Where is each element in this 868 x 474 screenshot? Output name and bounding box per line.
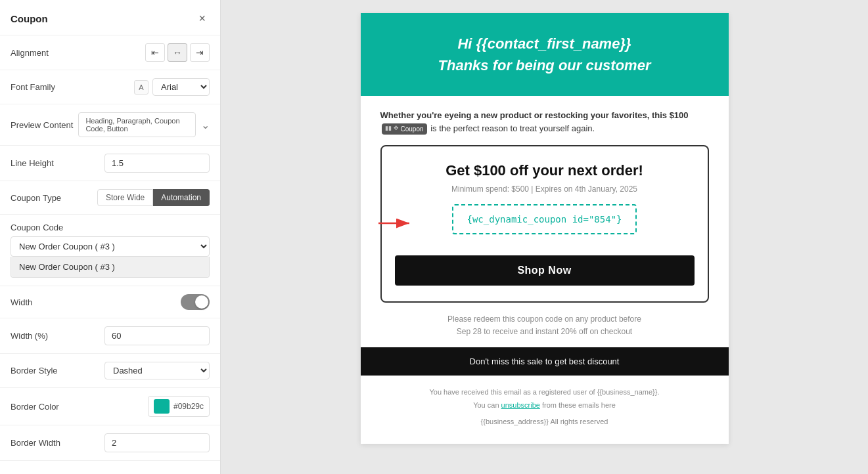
width-percent-label: Width (%)	[11, 331, 48, 341]
border-style-label: Border Style	[11, 366, 58, 376]
coupon-code-text: {wc_dynamic_coupon id="854"}	[467, 214, 622, 225]
footer-unsubscribe-pre: You can	[473, 401, 501, 409]
close-button[interactable]: ×	[194, 11, 210, 27]
preview-content-section: Preview Content Heading, Paragraph, Coup…	[0, 104, 220, 146]
email-footer-banner: Don't miss this sale to get best discoun…	[361, 347, 729, 376]
red-arrow-code-svg	[375, 214, 415, 232]
width-row: Width	[11, 294, 210, 310]
font-family-row: Font Family A Arial Georgia Verdana	[11, 78, 210, 96]
email-intro-bold: Whether you're eyeing a new product or r…	[380, 110, 689, 120]
font-icon: A	[134, 80, 148, 95]
font-family-select[interactable]: Arial Georgia Verdana	[152, 78, 210, 96]
width-label: Width	[11, 297, 32, 307]
align-left-button[interactable]: ⇤	[145, 43, 165, 62]
coupon-type-row: Coupon Type Store Wide Automation	[11, 189, 210, 206]
unsubscribe-link[interactable]: unsubscribe	[501, 401, 540, 409]
line-height-row: Line Height	[11, 154, 210, 173]
font-icon-letter: A	[139, 83, 143, 91]
toggle-knob	[195, 295, 208, 309]
line-height-label: Line Height	[11, 158, 54, 168]
email-header-line2: Thanks for being our customer	[374, 54, 716, 76]
footer-address: {{business_address}} All rights reserved	[380, 418, 709, 425]
color-swatch	[154, 399, 170, 414]
border-width-label: Border Width	[11, 438, 60, 448]
store-wide-button[interactable]: Store Wide	[97, 189, 153, 206]
email-intro: Whether you're eyeing a new product or r…	[380, 109, 709, 135]
line-height-input[interactable]	[104, 154, 210, 173]
align-center-button[interactable]: ↔	[168, 43, 187, 62]
automation-button[interactable]: Automation	[153, 189, 210, 206]
align-center-icon: ↔	[173, 47, 182, 58]
email-container: Hi {{contact_first_name}} Thanks for bei…	[361, 13, 729, 444]
width-toggle[interactable]	[181, 294, 210, 310]
toolbar-pause-icon: ▮▮	[385, 124, 392, 133]
coupon-code-display: {wc_dynamic_coupon id="854"}	[452, 204, 636, 234]
coupon-code-section: Coupon Code New Order Coupon ( #3 ) New …	[0, 215, 220, 286]
alignment-buttons: ⇤ ↔ ⇥	[145, 43, 210, 62]
border-style-row: Border Style None Solid Dashed Dotted	[11, 362, 210, 379]
coupon-box[interactable]: Get $100 off your next order! Minimum sp…	[380, 145, 709, 303]
preview-content-label: Preview Content	[11, 120, 73, 130]
email-header-line1: Hi {{contact_first_name}}	[374, 33, 716, 54]
footer-line1-text: You have received this email as a regist…	[430, 388, 660, 396]
coupon-subtext: Minimum spend: $500 | Expires on 4th Jan…	[395, 184, 695, 194]
align-right-button[interactable]: ⇥	[190, 43, 210, 62]
font-family-controls: A Arial Georgia Verdana	[134, 78, 210, 96]
preview-content-row: Preview Content Heading, Paragraph, Coup…	[11, 112, 210, 137]
border-width-input[interactable]	[104, 433, 210, 452]
panel-title: Coupon	[11, 13, 48, 24]
align-left-icon: ⇤	[151, 47, 159, 58]
email-body: Whether you're eyeing a new product or r…	[361, 96, 729, 444]
redeem-line1: Please redeem this coupon code on any pr…	[380, 313, 709, 326]
email-header: Hi {{contact_first_name}} Thanks for bei…	[361, 13, 729, 96]
width-percent-section: Width (%)	[0, 318, 220, 354]
color-hex-value: #09b29c	[173, 402, 204, 411]
border-color-section: Border Color #09b29c	[0, 388, 220, 425]
font-family-section: Font Family A Arial Georgia Verdana	[0, 70, 220, 104]
email-footer: You have received this email as a regist…	[380, 376, 709, 431]
coupon-code-wrapper: {wc_dynamic_coupon id="854"}	[395, 204, 695, 245]
footer-text-2: You can unsubscribe from these emails he…	[380, 399, 709, 412]
coupon-code-dropdown: New Order Coupon ( #3 )	[11, 257, 210, 278]
email-intro-rest: is the perfect reason to treat yourself …	[430, 123, 595, 133]
alignment-row: Alignment ⇤ ↔ ⇥	[11, 43, 210, 62]
border-width-section: Border Width	[0, 425, 220, 461]
shop-now-button[interactable]: Shop Now	[395, 255, 695, 286]
coupon-toolbar-label: Coupon	[401, 124, 424, 134]
toolbar-move-icon: ✥	[394, 124, 399, 133]
border-color-label: Border Color	[11, 402, 59, 412]
email-header-text: Hi {{contact_first_name}} Thanks for bei…	[374, 33, 716, 76]
border-color-input[interactable]: #09b29c	[148, 396, 210, 417]
coupon-type-label: Coupon Type	[11, 193, 61, 203]
footer-unsubscribe-post: from these emails here	[540, 401, 616, 409]
redeem-line2: Sep 28 to receive and instant 20% off on…	[380, 326, 709, 338]
preview-content-value[interactable]: Heading, Paragraph, Coupon Code, Button	[78, 112, 196, 137]
red-arrow-code	[375, 214, 415, 235]
font-family-label: Font Family	[11, 82, 55, 92]
border-color-row: Border Color #09b29c	[11, 396, 210, 417]
coupon-code-label: Coupon Code	[11, 223, 210, 232]
border-width-row: Border Width	[11, 433, 210, 452]
preview-content-chevron[interactable]: ⌄	[201, 119, 210, 131]
coupon-type-buttons: Store Wide Automation	[97, 189, 210, 206]
line-height-section: Line Height	[0, 146, 220, 181]
width-percent-row: Width (%)	[11, 326, 210, 345]
coupon-code-select[interactable]: New Order Coupon ( #3 )	[11, 236, 210, 257]
align-right-icon: ⇥	[196, 47, 204, 58]
border-style-section: Border Style None Solid Dashed Dotted	[0, 354, 220, 388]
coupon-type-section: Coupon Type Store Wide Automation	[0, 181, 220, 215]
coupon-heading: Get $100 off your next order!	[395, 162, 695, 179]
footer-text-1: You have received this email as a regist…	[380, 386, 709, 399]
settings-panel: Coupon × Alignment ⇤ ↔ ⇥ Font Family	[0, 0, 221, 474]
alignment-section: Alignment ⇤ ↔ ⇥	[0, 35, 220, 70]
width-percent-input[interactable]	[104, 326, 210, 345]
alignment-label: Alignment	[11, 48, 49, 58]
panel-header: Coupon ×	[0, 0, 220, 35]
coupon-code-option[interactable]: New Order Coupon ( #3 )	[11, 257, 209, 277]
coupon-toolbar-float: ▮▮ ✥ Coupon	[382, 123, 427, 135]
email-redeem-text: Please redeem this coupon code on any pr…	[380, 313, 709, 338]
border-style-select[interactable]: None Solid Dashed Dotted	[104, 362, 210, 379]
email-preview-panel: Hi {{contact_first_name}} Thanks for bei…	[221, 0, 868, 474]
width-section: Width	[0, 286, 220, 318]
